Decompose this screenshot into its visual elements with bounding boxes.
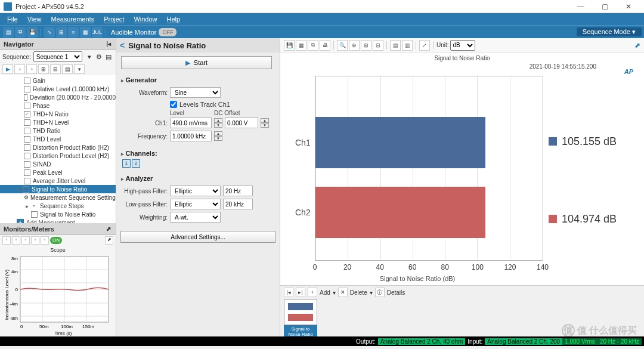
- tree-checkbox[interactable]: [24, 136, 30, 143]
- nav-btn-3[interactable]: ⊞: [38, 64, 49, 74]
- maximize-button[interactable]: ▢: [593, 2, 617, 11]
- tree-item[interactable]: Distortion Product Ratio (H2): [0, 143, 116, 152]
- nav-btn-4[interactable]: ⊟: [50, 64, 61, 74]
- frequency-input[interactable]: [170, 131, 212, 141]
- play-button[interactable]: ▶: [2, 64, 13, 74]
- advanced-settings-button[interactable]: Advanced Settings...: [120, 231, 275, 243]
- mon-btn-2[interactable]: ▫: [12, 236, 20, 245]
- tool-c-icon[interactable]: ≡: [68, 27, 79, 38]
- tool-d-icon[interactable]: ▦: [80, 27, 91, 38]
- tree-selected[interactable]: ▾ Signal to Noise Ratio: [0, 185, 116, 193]
- chart-tool-9[interactable]: ▤: [390, 40, 401, 51]
- tree-sub-2[interactable]: Signal to Noise Ratio: [0, 210, 116, 218]
- mon-btn-4[interactable]: ▫: [31, 236, 39, 245]
- tree-checkbox[interactable]: [24, 128, 30, 134]
- channel-2-button[interactable]: 2: [132, 159, 140, 168]
- chart-tool-11[interactable]: ⤢: [419, 40, 430, 51]
- tree-checkbox[interactable]: [24, 119, 30, 126]
- tree-item[interactable]: Distortion Product Level (H2): [0, 152, 116, 160]
- tree-checkbox[interactable]: [24, 103, 30, 109]
- levels-track-checkbox[interactable]: [170, 101, 177, 108]
- tree-item[interactable]: SINAD: [0, 160, 116, 168]
- ch1-level-spinner[interactable]: ▲▼: [214, 118, 222, 128]
- ch1-level-input[interactable]: [170, 118, 212, 128]
- chart-tool-2[interactable]: ▦: [296, 40, 306, 51]
- monitors-popout-icon[interactable]: ⬈: [105, 226, 112, 232]
- measurement-tree[interactable]: GainRelative Level (1.00000 kHz)Deviatio…: [0, 75, 116, 223]
- tool-b-icon[interactable]: ⊞: [56, 27, 67, 38]
- zoom-icon[interactable]: 🔍: [337, 40, 348, 51]
- chart-tool-10[interactable]: ▥: [402, 40, 413, 51]
- tree-item[interactable]: Relative Level (1.00000 kHz): [0, 85, 116, 93]
- sequence-mode-dropdown[interactable]: Sequence Mode ▾: [577, 27, 642, 36]
- frequency-spinner[interactable]: ▲▼: [214, 131, 222, 141]
- chart-thumbnail[interactable]: Signal to Noise Ratio: [284, 299, 317, 338]
- nav-collapse-icon[interactable]: |◂: [105, 41, 112, 47]
- tree-checkbox[interactable]: [24, 161, 30, 168]
- save-icon[interactable]: 💾: [27, 27, 38, 38]
- tree-checkbox[interactable]: [24, 144, 30, 151]
- thumb-add-label[interactable]: Add: [320, 289, 330, 296]
- minimize-button[interactable]: —: [569, 2, 593, 11]
- tree-item[interactable]: Phase: [0, 101, 116, 110]
- mon-popout-icon[interactable]: ⬈: [105, 236, 113, 245]
- ch1-dc-input[interactable]: [225, 118, 258, 128]
- chart-popout-icon[interactable]: ⬈: [634, 41, 640, 50]
- tree-item[interactable]: Average Jitter Level: [0, 177, 116, 185]
- lp-filter-select[interactable]: Elliptic: [170, 199, 221, 209]
- audible-toggle[interactable]: OFF: [159, 28, 177, 36]
- unit-select[interactable]: dB: [450, 40, 475, 51]
- tree-item[interactable]: THD+N Level: [0, 118, 116, 126]
- thumb-details-label[interactable]: Details: [387, 289, 405, 296]
- tree-item[interactable]: THD Ratio: [0, 126, 116, 135]
- nav-btn-2[interactable]: ▫: [26, 64, 37, 74]
- hp-filter-select[interactable]: Elliptic: [170, 186, 221, 196]
- back-icon[interactable]: <: [120, 41, 125, 50]
- thumb-details-icon[interactable]: ⓘ: [375, 288, 385, 297]
- add-measurement[interactable]: +Add Measurement...: [0, 218, 116, 223]
- ch1-dc-spinner[interactable]: ▲▼: [261, 118, 269, 128]
- tree-checkbox[interactable]: [24, 169, 30, 176]
- lp-value-input[interactable]: [223, 199, 253, 209]
- tree-item[interactable]: Gain: [0, 76, 116, 85]
- seq-report-icon[interactable]: ▤: [104, 53, 113, 61]
- close-button[interactable]: ✕: [617, 2, 640, 11]
- hp-value-input[interactable]: [223, 186, 253, 196]
- seq-config-icon[interactable]: ▾: [85, 53, 94, 61]
- tree-item[interactable]: THD+N Ratio: [0, 110, 116, 118]
- tree-item[interactable]: Deviation (20.0000 Hz - 20.0000: [0, 93, 116, 101]
- tree-checkbox[interactable]: [24, 86, 30, 92]
- print-icon[interactable]: 🖶: [320, 40, 330, 51]
- tree-item[interactable]: Peak Level: [0, 168, 116, 177]
- thumb-delete-icon[interactable]: ✕: [338, 288, 348, 297]
- tree-checkbox[interactable]: [24, 111, 30, 118]
- menu-help[interactable]: Help: [162, 16, 185, 23]
- thumb-next-icon[interactable]: ▸|: [296, 288, 305, 297]
- weighting-select[interactable]: A-wt.: [170, 212, 221, 223]
- chart-tool-8[interactable]: ⊟: [373, 40, 383, 51]
- nav-btn-1[interactable]: ▫: [14, 64, 25, 74]
- tree-checkbox[interactable]: [24, 153, 30, 159]
- tree-sub-1[interactable]: ▸▫Sequence Steps: [0, 202, 116, 210]
- thumb-delete-label[interactable]: Delete: [350, 289, 367, 296]
- menu-file[interactable]: File: [2, 16, 23, 23]
- save-chart-icon[interactable]: 💾: [284, 40, 295, 51]
- copy-icon[interactable]: ⧉: [308, 40, 318, 51]
- start-button[interactable]: ▶ Start: [121, 56, 272, 69]
- mon-btn-3[interactable]: ▫: [21, 236, 30, 245]
- channel-1-button[interactable]: 1: [122, 159, 131, 168]
- seq-gear-icon[interactable]: ⚙: [94, 53, 104, 61]
- new-icon[interactable]: ▤: [3, 27, 14, 38]
- open-icon[interactable]: ⧉: [15, 27, 26, 38]
- menu-measurements[interactable]: Measurements: [46, 16, 99, 23]
- selected-checkbox[interactable]: [23, 186, 29, 193]
- tree-checkbox[interactable]: [24, 94, 27, 101]
- menu-window[interactable]: Window: [129, 16, 162, 23]
- nav-btn-6[interactable]: ▾: [74, 64, 85, 74]
- tree-checkbox[interactable]: [24, 78, 30, 84]
- tool-e-icon[interactable]: JUL: [92, 27, 103, 38]
- tool-a-icon[interactable]: ∿: [44, 27, 55, 38]
- monitors-on-toggle[interactable]: ON: [50, 237, 62, 244]
- fit-icon[interactable]: ⊕: [349, 40, 360, 51]
- mon-btn-5[interactable]: ▫: [41, 236, 49, 245]
